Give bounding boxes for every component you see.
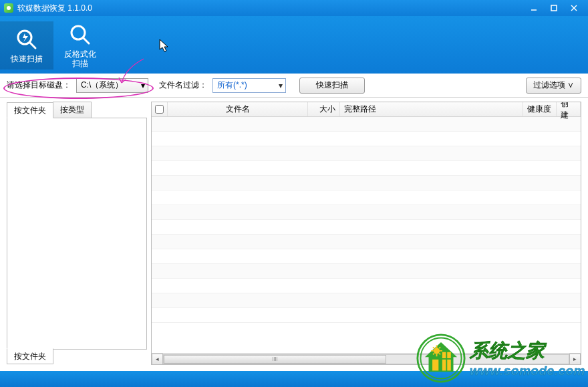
right-pane: 文件名 大小 完整路径 健康度 创建	[151, 102, 581, 365]
close-button[interactable]	[564, 1, 584, 15]
watermark: 系统之家 www.somode.com	[416, 334, 585, 383]
quick-scan-tool[interactable]: 快速扫描	[0, 21, 53, 70]
tab-by-folder[interactable]: 按文件夹	[7, 102, 53, 118]
svg-line-7	[84, 38, 89, 43]
results-grid: 文件名 大小 完整路径 健康度 创建	[151, 102, 581, 365]
svg-rect-14	[447, 352, 451, 358]
unformat-scan-label: 反格式化扫描	[64, 49, 96, 68]
svg-rect-11	[442, 360, 446, 371]
col-fullpath[interactable]: 完整路径	[340, 102, 523, 116]
scroll-left-button[interactable]: ◂	[152, 354, 163, 365]
select-all-checkbox[interactable]	[152, 102, 168, 116]
table-row	[152, 146, 581, 161]
col-health[interactable]: 健康度	[523, 102, 557, 116]
caret-down-icon: ▾	[141, 81, 145, 90]
table-row	[152, 117, 581, 132]
scroll-thumb[interactable]	[164, 355, 386, 364]
bottom-tabs: 按文件夹	[7, 349, 147, 365]
table-row	[152, 235, 581, 249]
top-tabs: 按文件夹 按类型	[7, 102, 147, 118]
watermark-url: www.somode.com	[470, 364, 585, 378]
unformat-scan-tool[interactable]: 反格式化扫描	[53, 21, 107, 70]
file-filter-dropdown[interactable]: 所有(*.*) ▾	[212, 78, 286, 93]
disk-value: C:\（系统）	[81, 80, 123, 91]
table-row	[152, 132, 581, 146]
filter-options-button[interactable]: 过滤选项 ∨	[526, 78, 581, 94]
table-row	[152, 308, 581, 323]
caret-down-icon: ▾	[279, 81, 283, 90]
file-filter-value: 所有(*.*)	[217, 80, 247, 91]
folder-tree[interactable]	[7, 118, 147, 350]
house-logo-icon	[416, 334, 466, 383]
table-row	[152, 249, 581, 264]
tab-by-type[interactable]: 按类型	[53, 102, 92, 118]
grid-body[interactable]	[152, 117, 581, 352]
quick-scan-label: 快速扫描	[11, 54, 43, 63]
left-pane: 按文件夹 按类型 按文件夹	[7, 102, 147, 365]
filter-bar: 请选择目标磁盘： C:\（系统） ▾ 文件名过滤： 所有(*.*) ▾ 快速扫描…	[0, 74, 588, 98]
col-filename[interactable]: 文件名	[168, 102, 308, 116]
mouse-cursor-icon	[159, 39, 171, 53]
svg-rect-13	[442, 352, 446, 358]
table-row	[152, 176, 581, 190]
table-row	[152, 264, 581, 279]
table-row	[152, 205, 581, 220]
workspace: 按文件夹 按类型 按文件夹 文件名 大小 完整路径 健康度 创建	[0, 98, 588, 365]
svg-rect-10	[432, 360, 438, 371]
col-created[interactable]: 创建	[557, 102, 581, 116]
watermark-title: 系统之家	[470, 338, 585, 364]
table-row	[152, 161, 581, 176]
window-title: 软媒数据恢复 1.1.0.0	[17, 3, 92, 14]
col-size[interactable]: 大小	[308, 102, 340, 116]
magnifier-icon	[68, 23, 92, 47]
table-row	[152, 190, 581, 205]
table-row	[152, 220, 581, 235]
tab-by-folder-bottom[interactable]: 按文件夹	[7, 348, 53, 364]
scan-button[interactable]: 快速扫描	[299, 78, 365, 94]
svg-rect-12	[447, 360, 451, 371]
grid-header: 文件名 大小 完整路径 健康度 创建	[152, 102, 581, 117]
maximize-button[interactable]	[544, 1, 564, 15]
toolbar: 快速扫描 反格式化扫描	[0, 16, 588, 74]
file-filter-label: 文件名过滤：	[159, 80, 207, 91]
svg-point-15	[434, 348, 440, 354]
svg-line-5	[30, 43, 35, 48]
disk-dropdown[interactable]: C:\（系统） ▾	[76, 78, 148, 93]
table-row	[152, 279, 581, 293]
disk-label: 请选择目标磁盘：	[7, 80, 71, 91]
svg-rect-1	[551, 5, 557, 11]
minimize-button[interactable]	[524, 1, 544, 15]
app-logo-icon	[4, 3, 13, 13]
magnifier-bolt-icon	[15, 27, 39, 51]
table-row	[152, 293, 581, 308]
titlebar: 软媒数据恢复 1.1.0.0	[0, 0, 588, 16]
